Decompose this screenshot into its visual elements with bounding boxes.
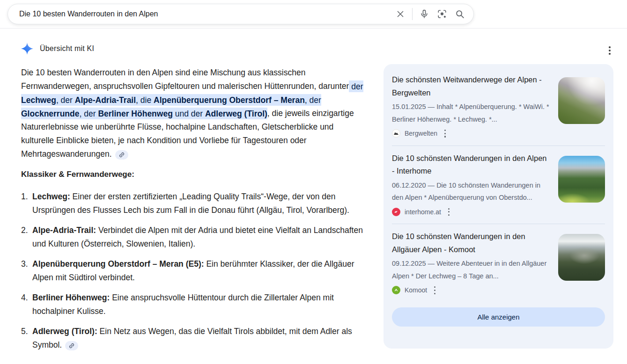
komoot-favicon-icon bbox=[392, 286, 400, 294]
ai-overview-header: Übersicht mit KI bbox=[21, 42, 366, 55]
citation-link-icon[interactable] bbox=[65, 341, 78, 350]
list-number: 4. bbox=[21, 291, 32, 318]
paragraph-segment: Alpe-Adria-Trail bbox=[75, 94, 136, 106]
paragraph-segment: , der bbox=[79, 108, 98, 119]
more-options-icon[interactable] bbox=[447, 207, 450, 217]
route-name: Alpenüberquerung Oberstdorf – Meran (E5)… bbox=[32, 259, 204, 269]
source-card[interactable]: Die 10 schönsten Wanderungen in den Alpe… bbox=[392, 149, 605, 221]
section-heading: Klassiker & Fernwanderwege: bbox=[21, 168, 366, 181]
search-header bbox=[0, 0, 627, 29]
source-name: interhome.at bbox=[405, 208, 441, 216]
route-name: Berliner Höhenweg: bbox=[32, 293, 110, 302]
more-options-icon[interactable] bbox=[433, 285, 436, 295]
paragraph-segment: Lechweg bbox=[21, 94, 56, 106]
list-number: 3. bbox=[21, 257, 32, 284]
card-snippet: 09.12.2025 — Weitere Abenteuer in in den… bbox=[392, 257, 550, 282]
list-number: 1. bbox=[21, 190, 32, 217]
card-source-row: Komoot bbox=[392, 285, 550, 295]
interhome-favicon-icon bbox=[392, 208, 400, 216]
source-name: Komoot bbox=[405, 286, 427, 294]
paragraph-segment: Alpenüberquerung Oberstdorf – Meran bbox=[154, 94, 305, 106]
paragraph-segment: , die bbox=[136, 94, 154, 106]
route-name: Adlerweg (Tirol): bbox=[32, 327, 97, 336]
search-bar[interactable] bbox=[7, 4, 474, 24]
paragraph-segment: , der bbox=[305, 94, 321, 106]
paragraph-segment: Adlerweg (Tirol) bbox=[205, 108, 267, 119]
list-item: 4. Berliner Höhenweg: Eine anspruchsvoll… bbox=[21, 291, 366, 318]
list-item: 1. Lechweg: Einer der ersten zertifizier… bbox=[21, 190, 366, 217]
ai-overview: Übersicht mit KI Die 10 besten Wanderrou… bbox=[21, 42, 366, 358]
source-cards-panel: Die schönsten Weitwanderwege der Alpen -… bbox=[384, 64, 613, 349]
list-number: 2. bbox=[21, 224, 32, 251]
search-icon[interactable] bbox=[451, 5, 469, 23]
show-all-button[interactable]: Alle anzeigen bbox=[392, 307, 605, 327]
list-item: 2. Alpe-Adria-Trail: Verbindet die Alpen… bbox=[21, 224, 366, 251]
source-name: Bergwelten bbox=[405, 130, 437, 137]
list-number: 5. bbox=[21, 325, 32, 352]
card-thumbnail-image[interactable] bbox=[558, 156, 605, 203]
clear-icon[interactable] bbox=[391, 5, 409, 23]
route-name: Lechweg: bbox=[32, 192, 70, 201]
overview-paragraph-text: Die 10 besten Wanderrouten in den Alpen … bbox=[21, 68, 363, 159]
paragraph-segment: Glocknerrunde bbox=[21, 108, 79, 119]
card-thumbnail-image[interactable] bbox=[558, 77, 605, 124]
card-source-row: Bergwelten bbox=[392, 129, 550, 138]
route-list: 1. Lechweg: Einer der ersten zertifizier… bbox=[21, 190, 366, 352]
paragraph-segment: Berliner Höhenweg bbox=[98, 108, 172, 119]
card-snippet: 06.12.2020 — Die 10 schönsten Wanderunge… bbox=[392, 179, 550, 204]
gemini-sparkle-icon bbox=[21, 43, 33, 55]
list-item: 5. Adlerweg (Tirol): Ein Netz aus Wegen,… bbox=[21, 325, 366, 352]
source-card[interactable]: Die 10 schönsten Wanderungen in den Allg… bbox=[392, 227, 605, 299]
google-lens-icon[interactable] bbox=[433, 5, 451, 23]
citation-link-icon[interactable] bbox=[115, 150, 128, 160]
source-card[interactable]: Die schönsten Weitwanderwege der Alpen -… bbox=[392, 71, 605, 142]
paragraph-segment: und der bbox=[173, 108, 205, 119]
paragraph-segment: Die 10 besten Wanderrouten in den Alpen … bbox=[21, 68, 349, 91]
card-title-link[interactable]: Die 10 schönsten Wanderungen in den Allg… bbox=[392, 230, 550, 256]
more-options-icon[interactable] bbox=[443, 129, 447, 138]
route-description: Einer der ersten zertifizierten „Leading… bbox=[32, 192, 349, 215]
card-snippet: 15.01.2025 — Inhalt * Alpenüberquerung. … bbox=[392, 101, 550, 125]
microphone-icon[interactable] bbox=[415, 5, 433, 23]
paragraph-segment: , der bbox=[56, 94, 75, 106]
card-source-row: interhome.at bbox=[392, 207, 550, 217]
route-name: Alpe-Adria-Trail: bbox=[32, 226, 96, 235]
more-options-icon[interactable] bbox=[605, 44, 614, 57]
bergwelten-favicon-icon bbox=[392, 129, 400, 138]
list-item: 3. Alpenüberquerung Oberstdorf – Meran (… bbox=[21, 257, 366, 284]
card-title-link[interactable]: Die 10 schönsten Wanderungen in den Alpe… bbox=[392, 152, 550, 178]
card-thumbnail-image[interactable] bbox=[558, 234, 605, 281]
card-divider bbox=[392, 224, 605, 224]
search-bar-divider bbox=[412, 8, 413, 20]
overview-paragraph: Die 10 besten Wanderrouten in den Alpen … bbox=[21, 66, 366, 161]
card-title-link[interactable]: Die schönsten Weitwanderwege der Alpen -… bbox=[392, 73, 550, 99]
search-input[interactable] bbox=[19, 10, 391, 18]
ai-overview-title: Übersicht mit KI bbox=[40, 44, 94, 53]
paragraph-segment: der bbox=[349, 80, 363, 92]
card-divider bbox=[392, 146, 605, 146]
